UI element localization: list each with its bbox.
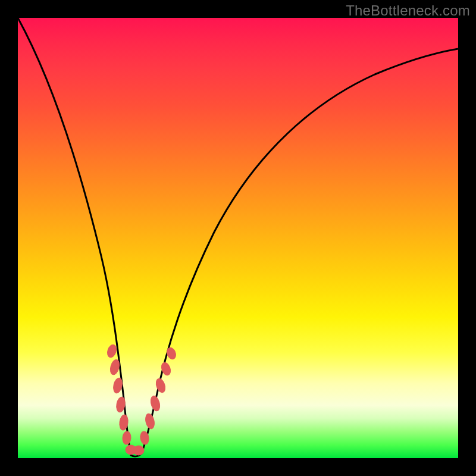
svg-point-10 — [149, 395, 161, 412]
marker-beads — [106, 343, 177, 455]
watermark-text: TheBottleneck.com — [346, 2, 470, 19]
svg-point-9 — [144, 413, 155, 430]
svg-point-0 — [106, 343, 118, 358]
bottleneck-curve — [18, 18, 458, 458]
svg-point-13 — [165, 346, 177, 361]
curve-path — [18, 18, 458, 456]
svg-point-11 — [155, 377, 167, 393]
plot-area — [18, 18, 458, 458]
svg-point-5 — [122, 431, 131, 445]
svg-point-7 — [133, 446, 144, 455]
chart-frame: TheBottleneck.com — [0, 0, 476, 476]
